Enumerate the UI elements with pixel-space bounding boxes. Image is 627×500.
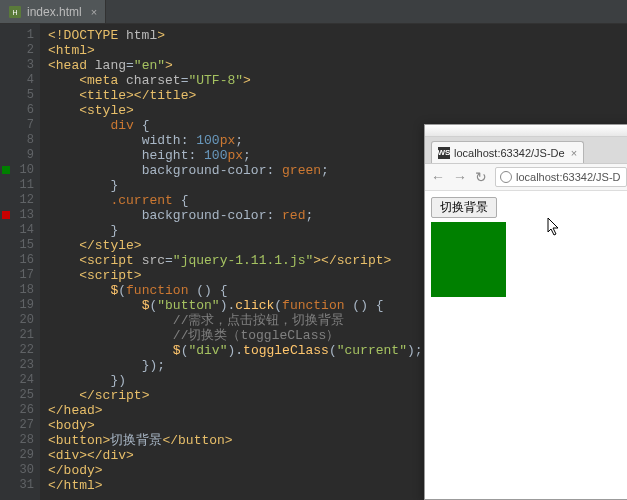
line-number: 28: [0, 433, 34, 448]
code-line: <html>: [48, 43, 627, 58]
code-line: <style>: [48, 103, 627, 118]
back-icon[interactable]: ←: [431, 169, 445, 185]
gutter-marker-icon: [2, 211, 10, 219]
browser-titlebar: [425, 125, 627, 137]
line-number: 23: [0, 358, 34, 373]
line-number: 8: [0, 133, 34, 148]
code-line: <head lang="en">: [48, 58, 627, 73]
line-number: 27: [0, 418, 34, 433]
line-number: 19: [0, 298, 34, 313]
code-line: <title></title>: [48, 88, 627, 103]
svg-text:H: H: [12, 9, 17, 16]
line-number: 20: [0, 313, 34, 328]
browser-viewport: 切换背景: [425, 191, 627, 499]
line-number: 13: [0, 208, 34, 223]
line-number: 1: [0, 28, 34, 43]
browser-tabstrip: WS localhost:63342/JS-De ×: [425, 137, 627, 163]
line-number: 2: [0, 43, 34, 58]
line-number: 25: [0, 388, 34, 403]
line-number: 3: [0, 58, 34, 73]
mouse-cursor-icon: [547, 217, 561, 237]
close-icon[interactable]: ×: [571, 147, 577, 159]
line-number: 10: [0, 163, 34, 178]
line-number: 29: [0, 448, 34, 463]
gutter-marker-icon: [2, 166, 10, 174]
line-number: 26: [0, 403, 34, 418]
line-number: 14: [0, 223, 34, 238]
editor-tab-index-html[interactable]: H index.html ×: [0, 0, 106, 23]
forward-icon[interactable]: →: [453, 169, 467, 185]
browser-toolbar: ← → ↻ localhost:63342/JS-D: [425, 163, 627, 191]
line-number: 12: [0, 193, 34, 208]
line-number: 5: [0, 88, 34, 103]
line-number-gutter: 1234567891011121314151617181920212223242…: [0, 24, 40, 500]
line-number: 31: [0, 478, 34, 493]
ide-tab-bar: H index.html ×: [0, 0, 627, 24]
line-number: 15: [0, 238, 34, 253]
address-bar[interactable]: localhost:63342/JS-D: [495, 167, 627, 187]
line-number: 17: [0, 268, 34, 283]
line-number: 11: [0, 178, 34, 193]
html-file-icon: H: [8, 5, 22, 19]
favicon-icon: WS: [438, 147, 450, 159]
globe-icon: [500, 171, 512, 183]
line-number: 4: [0, 73, 34, 88]
toggle-background-button[interactable]: 切换背景: [431, 197, 497, 218]
line-number: 21: [0, 328, 34, 343]
address-url: localhost:63342/JS-D: [516, 171, 621, 183]
line-number: 24: [0, 373, 34, 388]
code-line: <!DOCTYPE html>: [48, 28, 627, 43]
editor-tab-filename: index.html: [27, 5, 82, 19]
browser-tab-title: localhost:63342/JS-De: [454, 147, 565, 159]
line-number: 7: [0, 118, 34, 133]
browser-tab[interactable]: WS localhost:63342/JS-De ×: [431, 141, 584, 163]
close-icon[interactable]: ×: [91, 6, 97, 18]
code-line: <meta charset="UTF-8">: [48, 73, 627, 88]
line-number: 6: [0, 103, 34, 118]
line-number: 22: [0, 343, 34, 358]
line-number: 18: [0, 283, 34, 298]
line-number: 9: [0, 148, 34, 163]
colored-box: [431, 222, 506, 297]
line-number: 16: [0, 253, 34, 268]
browser-window: WS localhost:63342/JS-De × ← → ↻ localho…: [424, 124, 627, 500]
line-number: 30: [0, 463, 34, 478]
reload-icon[interactable]: ↻: [475, 169, 487, 185]
